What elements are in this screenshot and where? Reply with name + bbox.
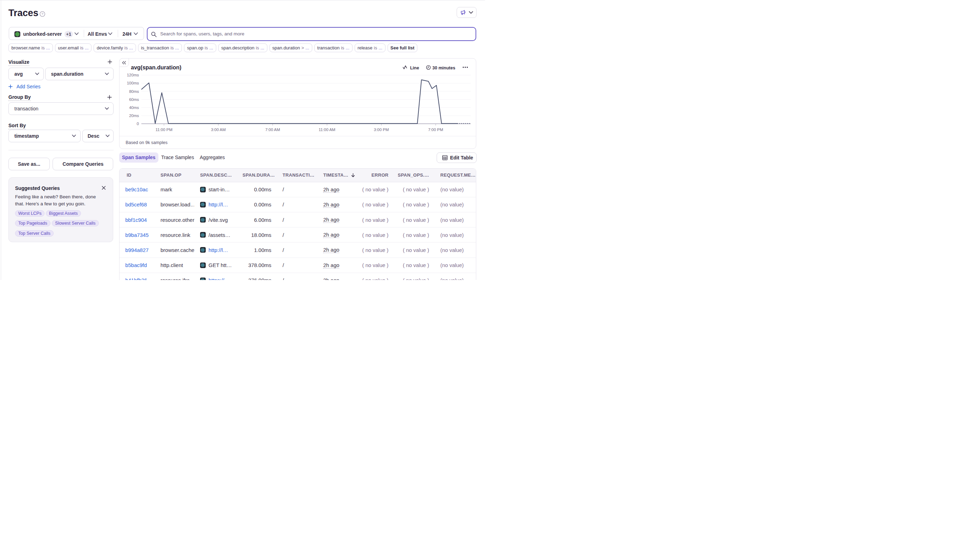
- svg-text:3:00 PM: 3:00 PM: [374, 128, 389, 132]
- svg-text:?: ?: [42, 12, 43, 16]
- svg-text:3:00 AM: 3:00 AM: [211, 128, 226, 132]
- svg-text:7:00 PM: 7:00 PM: [428, 128, 443, 132]
- svg-text:120ms: 120ms: [127, 73, 139, 77]
- svg-text:20ms: 20ms: [129, 113, 139, 118]
- svg-text:100ms: 100ms: [127, 81, 139, 85]
- svg-text:11:00 PM: 11:00 PM: [156, 128, 172, 132]
- svg-text:7:00 AM: 7:00 AM: [265, 128, 280, 132]
- svg-text:80ms: 80ms: [129, 89, 139, 93]
- svg-text:40ms: 40ms: [129, 105, 139, 110]
- svg-text:0: 0: [137, 122, 139, 126]
- svg-text:11:00 AM: 11:00 AM: [318, 128, 335, 132]
- svg-text:60ms: 60ms: [129, 97, 139, 102]
